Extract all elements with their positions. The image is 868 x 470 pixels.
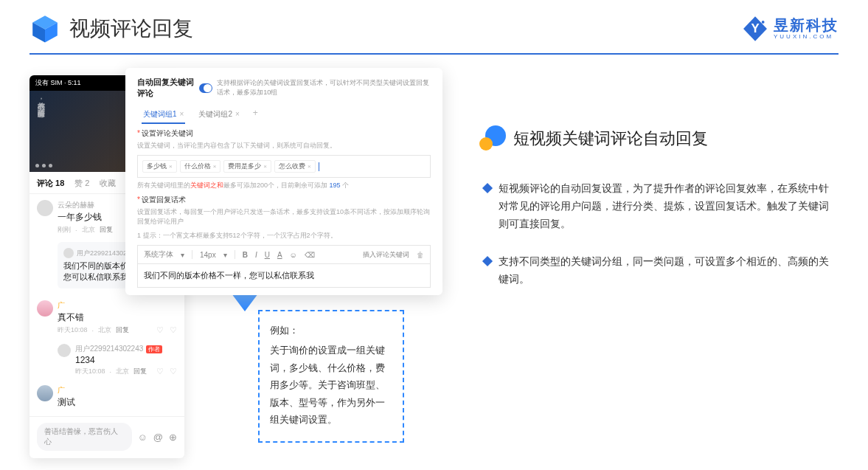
avatar <box>37 385 53 401</box>
font-size-select[interactable]: 14px <box>200 251 216 259</box>
tab-comments[interactable]: 评论 18 <box>37 178 64 189</box>
font-family-select[interactable]: 系统字体 <box>144 249 173 260</box>
reply-username: 用户2299214302243 <box>75 344 143 354</box>
config-card: 自动回复关键词评论 支持根据评论的关键词设置回复话术，可以针对不同类型关键词设置… <box>125 68 442 295</box>
label-reply-script: 设置回复话术 <box>142 196 186 204</box>
bullet-item: 短视频评论的自动回复设置，为了提升作者的评论回复效率，在系统中针对常见的评论用户… <box>484 180 839 232</box>
bullet-item: 支持不同类型的关键词分组，同一类问题，可设置多个相近的、高频的关键词。 <box>484 253 839 288</box>
page-header: 视频评论回复 Y 昱新科技 YUUXIN.COM <box>0 0 868 53</box>
comment-loc: 北京 <box>82 225 95 235</box>
keyword-chip[interactable]: 多少钱× <box>142 160 177 173</box>
comment-text: 真不错 <box>58 311 177 324</box>
avatar-icon <box>63 248 74 258</box>
cube-icon <box>29 13 60 44</box>
brand-logo-icon: Y <box>741 15 769 43</box>
comment-row: 广 真不错 昨天10:08· 北京 回复 ♡♡ <box>29 294 184 341</box>
svg-text:Y: Y <box>751 21 759 35</box>
reply-text: 1234 <box>75 355 177 365</box>
comment-row: 广 测试 <box>29 379 184 416</box>
reply-link[interactable]: 回复 <box>100 225 113 235</box>
avatar-icon <box>58 344 71 357</box>
tab-fav[interactable]: 收藏 <box>100 178 116 189</box>
reply-link[interactable]: 回复 <box>133 367 147 376</box>
keyword-chip[interactable]: 什么价格× <box>180 160 221 173</box>
bold-button[interactable]: B <box>243 251 248 259</box>
keyword-chipbox[interactable]: 多少钱× 什么价格× 费用是多少× 怎么收费× <box>137 155 431 178</box>
delete-button[interactable]: 🗑 <box>417 251 424 259</box>
reply-editor[interactable]: 我们不同的版本价格不一样，您可以私信联系我 <box>137 264 431 288</box>
insert-keyword-button[interactable]: 插入评论关键词 <box>363 250 409 260</box>
reply-hint: 1 提示：一个富文本框最多支持512个字符，一个汉字占用2个字符。 <box>137 231 431 241</box>
emoji-button[interactable]: ☺ <box>290 251 297 259</box>
example-head: 例如： <box>270 322 392 339</box>
font-color-button[interactable]: A <box>277 251 282 259</box>
brand: Y 昱新科技 YUUXIN.COM <box>741 15 839 43</box>
svg-point-5 <box>762 21 765 24</box>
keyword-group-tab[interactable]: 关键词组2× <box>192 106 245 122</box>
comment-time: 刚刚 <box>58 225 71 235</box>
underline-button[interactable]: U <box>265 251 270 259</box>
sub-set-keywords: 设置关键词，当评论里内容包含了以下关键词，则系统可自动回复。 <box>137 141 431 151</box>
tab-likes[interactable]: 赞 2 <box>74 178 89 189</box>
at-icon[interactable]: @ <box>153 432 163 443</box>
keyword-group-tab[interactable]: 关键词组1× <box>137 106 190 122</box>
keyword-hint: 所有关键词组里的关键词之和最多可添加200个，目前剩余可添加 195 个 <box>137 181 431 190</box>
sub-reply-script: 设置回复话术，每回复一个用户评论只发送一条话术，最多支持设置10条不同话术，按添… <box>137 207 431 227</box>
close-icon[interactable]: × <box>180 110 184 118</box>
avatar <box>37 200 53 216</box>
section-title-row: 短视频关键词评论自动回复 <box>479 125 839 152</box>
add-icon[interactable]: ⊕ <box>169 432 177 443</box>
ad-badge: 广 <box>58 300 65 311</box>
keyword-chip[interactable]: 费用是多少× <box>223 160 271 173</box>
dislike-icon[interactable]: ♡ <box>170 367 177 376</box>
sim-status: 没有 SIM · 5:11 <box>35 78 81 88</box>
video-caption: 有的心有底，有的随缘而来 <box>35 97 46 104</box>
example-box: 例如： 关于询价的设置成一组关键词，多少钱、什么价格，费用多少等。关于咨询班型、… <box>258 310 404 443</box>
comment-loc: 北京 <box>98 325 111 335</box>
heart-icon[interactable]: ♡ <box>156 367 164 376</box>
add-tab-button[interactable]: + <box>249 106 263 122</box>
diamond-bullet-icon <box>482 183 493 193</box>
emoji-icon[interactable]: ☺ <box>138 432 147 443</box>
ad-badge: 广 <box>58 385 65 395</box>
editor-toolbar: 系统字体▾ 14px▾ B I U A ☺ ⌫ 插入评论关键词 🗑 <box>137 245 431 264</box>
brand-name: 昱新科技 <box>774 18 839 32</box>
section-title: 短视频关键词评论自动回复 <box>513 128 708 150</box>
reply-link[interactable]: 回复 <box>116 325 129 335</box>
label-set-keywords: 设置评论关键词 <box>142 129 193 137</box>
heart-icon[interactable]: ♡ <box>156 325 164 335</box>
comment-input[interactable]: 善语结善缘，恶言伤人心 <box>37 423 132 451</box>
nested-reply: 用户2299214302243作者 1234 昨天10:08· 北京 回复 ♡♡ <box>58 344 177 376</box>
italic-button[interactable]: I <box>255 251 257 259</box>
title-dots-icon <box>479 125 506 152</box>
avatar <box>37 300 53 317</box>
comment-time: 昨天10:08 <box>58 325 88 335</box>
comment-text: 测试 <box>58 396 177 409</box>
page-title: 视频评论回复 <box>69 15 193 43</box>
toggle-switch[interactable] <box>199 83 213 93</box>
bullet-text: 支持不同类型的关键词分组，同一类问题，可设置多个相近的、高频的关键词。 <box>499 253 839 288</box>
keyword-chip[interactable]: 怎么收费× <box>274 160 316 173</box>
dislike-icon[interactable]: ♡ <box>170 325 177 335</box>
author-badge: 作者 <box>146 345 162 353</box>
text-cursor <box>319 162 319 171</box>
diamond-bullet-icon <box>482 256 493 266</box>
brand-domain: YUUXIN.COM <box>774 34 839 40</box>
bullet-text: 短视频评论的自动回复设置，为了提升作者的评论回复效率，在系统中针对常见的评论用户… <box>499 180 839 232</box>
close-icon[interactable]: × <box>235 110 240 118</box>
clear-format-button[interactable]: ⌫ <box>305 251 315 259</box>
comment-input-bar: 善语结善缘，恶言伤人心 ☺ @ ⊕ <box>29 416 184 458</box>
example-body: 关于询价的设置成一组关键词，多少钱、什么价格，费用多少等。关于咨询班型、版本、型… <box>270 342 392 428</box>
config-desc: 支持根据评论的关键词设置回复话术，可以针对不同类型关键词设置回复话术，最多添加1… <box>217 78 431 97</box>
config-title: 自动回复关键词评论 <box>137 77 195 99</box>
